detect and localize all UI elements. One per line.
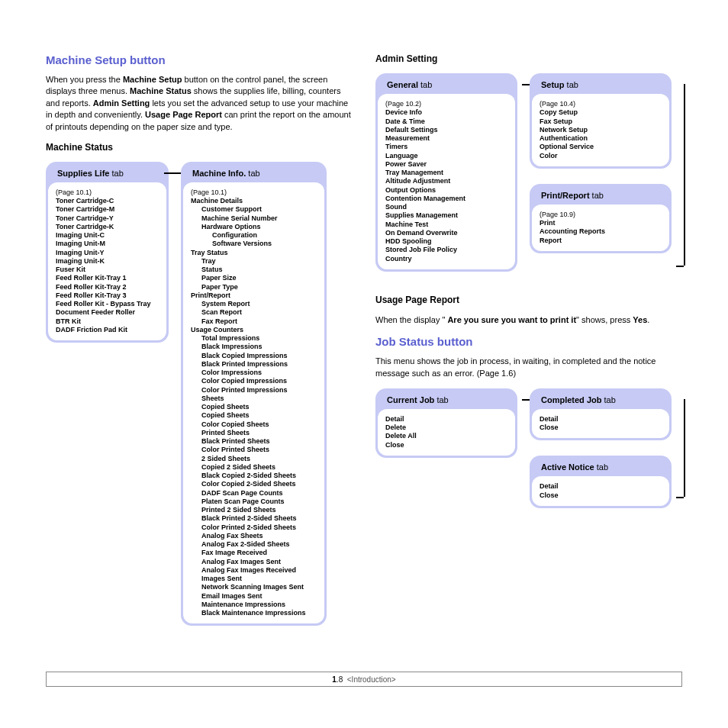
list-item: Network Scanning Images Sent — [191, 583, 317, 591]
page-num: .8 — [337, 675, 343, 684]
list-item: Toner Cartridge-K — [56, 223, 159, 231]
text: When you press the — [46, 75, 123, 84]
list-item: Black Copied 2-Sided Sheets — [191, 472, 317, 480]
list-item: Timers — [385, 143, 507, 151]
text: When the display " — [375, 315, 447, 324]
list-item: Imaging Unit-C — [56, 231, 159, 240]
list-item: Language — [385, 152, 507, 160]
list-item: Contention Management — [385, 195, 507, 203]
box-header: General tab — [378, 76, 515, 94]
list-item: Status — [191, 266, 317, 274]
list-item: Close — [540, 491, 662, 500]
list-item: On Demand Overwrite — [385, 229, 507, 237]
list-item: Software Versions — [191, 240, 317, 248]
list-item: Document Feeder Roller — [56, 308, 159, 317]
current-job-box: Current Job tab DetailDeleteDelete AllCl… — [375, 388, 517, 458]
list-item: Analog Fax 2-Sided Sheets — [191, 540, 317, 549]
page-ref: (Page 10.2) — [385, 100, 507, 108]
tab-suffix: tab — [434, 395, 448, 404]
box-body: DetailDeleteDelete AllClose — [378, 409, 515, 456]
tab-suffix: tab — [601, 395, 615, 404]
list-item: Machine Serial Number — [191, 214, 317, 223]
list-item: Hardware Options — [191, 223, 317, 231]
machine-status-heading: Machine Status — [46, 142, 353, 153]
box-header: Active Notice tab — [532, 458, 669, 476]
list-item: Optional Service — [540, 143, 662, 151]
list-item: Black Printed Impressions — [191, 360, 317, 369]
box-body: (Page 10.1) Machine Details Customer Sup… — [183, 182, 324, 624]
box-header: Supplies Life tab — [48, 164, 166, 182]
list-item: Copied 2 Sided Sheets — [191, 463, 317, 472]
list-item: Color Copied 2-Sided Sheets — [191, 480, 317, 488]
box-body: (Page 10.9) PrintAccounting ReportsRepor… — [532, 205, 669, 251]
list-item: Printed 2 Sided Sheets — [191, 506, 317, 514]
list-item: Fax Report — [191, 317, 317, 326]
completed-job-box: Completed Job tab DetailClose — [530, 388, 672, 441]
page-ref: (Page 10.1) — [191, 188, 317, 197]
text: . — [647, 315, 649, 324]
box-header: Machine Info. tab — [183, 164, 324, 182]
list-item: Black Copied Impressions — [191, 352, 317, 360]
list-item: Black Printed 2-Sided Sheets — [191, 514, 317, 523]
list-item: Customer Support — [191, 205, 317, 214]
list-item: Color Copied Impressions — [191, 377, 317, 385]
list-item: Country — [385, 255, 507, 263]
text-bold: Machine Status — [130, 86, 192, 95]
list-item: Supplies Management — [385, 211, 507, 220]
tab-title: General — [387, 80, 418, 89]
list-item: Black Printed Sheets — [191, 437, 317, 446]
list-item: Fax Setup — [540, 118, 662, 126]
text-bold: Admin Setting — [93, 98, 150, 108]
list-item: Device Info — [385, 108, 507, 117]
list-item: Machine Test — [385, 221, 507, 229]
box-body: (Page 10.2) Device InfoDate & TimeDefaul… — [378, 94, 515, 269]
list-item: Measurement — [385, 134, 507, 143]
list-item: Paper Type — [191, 283, 317, 292]
list-item: Black Maintenance Impressions — [191, 609, 317, 617]
item: Tray Status — [191, 249, 317, 257]
list-item: DADF Friction Pad Kit — [56, 326, 159, 334]
list-item: Color Copied Sheets — [191, 420, 317, 429]
tab-title: Current Job — [387, 395, 434, 404]
list-item: Copied Sheets — [191, 411, 317, 420]
list-item: Close — [540, 424, 662, 432]
list-item: Fax Image Received — [191, 549, 317, 557]
text: " shows, press — [576, 315, 633, 324]
list-item: Feed Roller Kit-Tray 3 — [56, 292, 159, 300]
usage-page-report-heading: Usage Page Report — [375, 295, 682, 305]
box-body: (Page 10.1) Toner Cartridge-CToner Cartr… — [48, 182, 166, 340]
list-item: Feed Roller Kit - Bypass Tray — [56, 300, 159, 308]
list-item: 2 Sided Sheets — [191, 455, 317, 463]
page-ref: (Page 10.1) — [56, 188, 159, 197]
text-bold: Are you sure you want to print it — [447, 315, 576, 324]
list-item: Toner Cartridge-C — [56, 197, 159, 205]
list-item: Imaging Unit-K — [56, 257, 159, 266]
list-item: Imaging Unit-M — [56, 240, 159, 248]
list-item: Tray Management — [385, 169, 507, 177]
list-item: Analog Fax Sheets — [191, 532, 317, 540]
text-bold: Usage Page Report — [145, 110, 222, 119]
page-ref: (Page 10.9) — [540, 211, 662, 219]
list-item: Images Sent — [191, 575, 317, 583]
list-item: Feed Roller Kit-Tray 1 — [56, 274, 159, 282]
box-body: DetailClose — [532, 409, 669, 439]
list-item: Sound — [385, 203, 507, 211]
list-item: DADF Scan Page Counts — [191, 489, 317, 498]
box-body: DetailClose — [532, 476, 669, 506]
tab-title: Completed Job — [541, 395, 601, 404]
item: Machine Details — [191, 197, 317, 205]
list-item: Fuser Kit — [56, 266, 159, 274]
list-item: Copy Setup — [540, 108, 662, 117]
list-item: Tray — [191, 257, 317, 266]
list-item: HDD Spooling — [385, 237, 507, 246]
list-item: Toner Cartridge-Y — [56, 214, 159, 223]
list-item: Detail — [540, 415, 662, 424]
usage-paragraph: When the display " Are you sure you want… — [375, 314, 682, 326]
box-body: (Page 10.4) Copy SetupFax SetupNetwork S… — [532, 94, 669, 166]
text-bold: Machine Setup — [123, 75, 182, 84]
list-item: Power Saver — [385, 160, 507, 169]
list-item: Network Setup — [540, 126, 662, 134]
box-header: Current Job tab — [378, 391, 515, 409]
list-item: BTR Kit — [56, 317, 159, 326]
page-ref: (Page 10.4) — [540, 100, 662, 108]
